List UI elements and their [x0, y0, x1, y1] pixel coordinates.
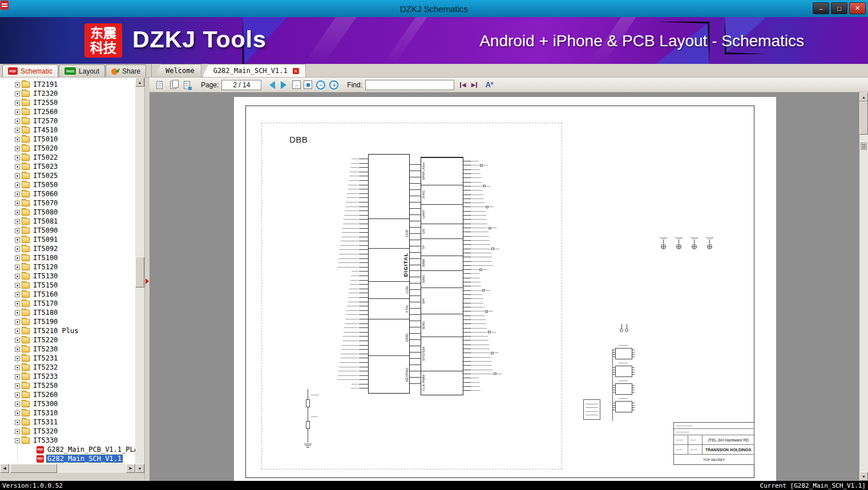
tree-folder-row[interactable]: IT5320: [0, 427, 135, 436]
expand-plus-icon[interactable]: [15, 301, 20, 306]
scroll-up-icon[interactable]: ▲: [135, 78, 144, 87]
scroll-track[interactable]: [859, 102, 868, 472]
expand-plus-icon[interactable]: [15, 164, 20, 169]
tree-folder-row[interactable]: IT5230: [0, 345, 135, 354]
tree-folder-row[interactable]: IT2191: [0, 80, 135, 89]
single-page-view-button[interactable]: [154, 79, 165, 90]
expand-plus-icon[interactable]: [15, 192, 20, 197]
tree-folder-row[interactable]: IT5170: [0, 299, 135, 308]
expand-plus-icon[interactable]: [15, 137, 20, 142]
tree-folder-row[interactable]: IT5210 Plus: [0, 326, 135, 335]
tree-folder-row[interactable]: IT2550: [0, 98, 135, 107]
tree-folder-row[interactable]: IT2320: [0, 89, 135, 98]
page-number-input[interactable]: [221, 80, 261, 90]
expand-plus-icon[interactable]: [15, 201, 20, 206]
font-size-button[interactable]: Aa: [485, 80, 493, 89]
tree-folder-row[interactable]: IT5081: [0, 217, 135, 226]
expand-plus-icon[interactable]: [15, 100, 20, 106]
expand-plus-icon[interactable]: [15, 82, 20, 87]
expand-plus-icon[interactable]: [15, 402, 20, 407]
zoom-out-button[interactable]: −: [316, 80, 325, 90]
tab-layout[interactable]: PADS Layout: [59, 64, 105, 77]
tree-folder-row[interactable]: IT5100: [0, 253, 135, 262]
scroll-thumb[interactable]: [135, 257, 144, 287]
tree-folder-row[interactable]: IT5092: [0, 244, 135, 253]
expand-plus-icon[interactable]: [15, 146, 20, 151]
expand-plus-icon[interactable]: [15, 219, 20, 224]
tree-folder-row[interactable]: IT5260: [0, 390, 135, 399]
tree-folder-row[interactable]: IT5091: [0, 235, 135, 244]
expand-plus-icon[interactable]: [15, 91, 20, 96]
expand-plus-icon[interactable]: [15, 183, 20, 188]
expand-plus-icon[interactable]: [15, 210, 20, 215]
maximize-button[interactable]: □: [831, 2, 847, 14]
folder-tree[interactable]: IT2191 IT2320 IT2550: [0, 78, 135, 464]
close-button[interactable]: ✕: [849, 2, 866, 14]
tree-folder-row[interactable]: IT5070: [0, 199, 135, 208]
tree-folder-row[interactable]: IT5150: [0, 281, 135, 290]
next-page-button[interactable]: [281, 81, 286, 89]
tree-folder-row[interactable]: IT5220: [0, 335, 135, 345]
expand-plus-icon[interactable]: [15, 274, 20, 279]
tree-folder-row[interactable]: IT2570: [0, 116, 135, 125]
tree-folder-row[interactable]: IT5050: [0, 180, 135, 189]
tab-close-icon[interactable]: ✕: [293, 68, 299, 74]
tree-vertical-scrollbar[interactable]: ▲ ▼: [135, 78, 144, 473]
tree-folder-row-expanded[interactable]: IT5330: [0, 436, 135, 445]
tree-folder-row[interactable]: IT5090: [0, 226, 135, 235]
scroll-up-icon[interactable]: ▲: [859, 92, 868, 102]
fit-page-button[interactable]: [304, 80, 312, 89]
scroll-track[interactable]: [9, 464, 126, 473]
scroll-thumb[interactable]: [859, 102, 868, 135]
pdf-vertical-scrollbar[interactable]: ▲ ▼: [859, 92, 868, 481]
expand-plus-icon[interactable]: [15, 246, 20, 252]
tree-folder-row[interactable]: IT5023: [0, 162, 135, 171]
scroll-grip-icon[interactable]: [861, 143, 867, 150]
tab-share[interactable]: Share: [106, 64, 146, 77]
expand-plus-icon[interactable]: [15, 265, 20, 270]
expand-plus-icon[interactable]: [15, 292, 20, 297]
collapse-minus-icon[interactable]: [15, 438, 20, 443]
tree-folder-row[interactable]: IT5020: [0, 144, 135, 153]
expand-plus-icon[interactable]: [15, 110, 20, 115]
tree-folder-row[interactable]: IT2560: [0, 107, 135, 116]
expand-plus-icon[interactable]: [15, 329, 20, 334]
scroll-down-icon[interactable]: ▼: [135, 464, 144, 473]
expand-plus-icon[interactable]: [15, 173, 20, 179]
expand-plus-icon[interactable]: [15, 347, 20, 352]
sidebar-splitter[interactable]: [144, 78, 150, 481]
expand-plus-icon[interactable]: [15, 256, 20, 261]
expand-plus-icon[interactable]: [15, 228, 20, 233]
expand-plus-icon[interactable]: [15, 237, 20, 242]
fit-width-button[interactable]: ↔: [292, 80, 301, 89]
expand-plus-icon[interactable]: [15, 392, 20, 398]
tree-folder-row[interactable]: IT5233: [0, 372, 135, 381]
expand-plus-icon[interactable]: [15, 283, 20, 288]
find-input[interactable]: [365, 80, 454, 90]
tree-folder-row[interactable]: IT5232: [0, 363, 135, 372]
expand-plus-icon[interactable]: [15, 310, 20, 315]
tree-folder-row[interactable]: IT5120: [0, 262, 135, 272]
splitter-collapse-icon[interactable]: [146, 278, 149, 284]
tab-schematic[interactable]: PDF Schematic: [2, 64, 58, 77]
tree-folder-row[interactable]: IT5231: [0, 354, 135, 363]
scroll-track[interactable]: [135, 87, 144, 464]
tree-folder-row[interactable]: IT5250: [0, 381, 135, 390]
minimize-button[interactable]: –: [813, 2, 829, 14]
expand-plus-icon[interactable]: [15, 319, 20, 325]
expand-plus-icon[interactable]: [15, 411, 20, 416]
expand-plus-icon[interactable]: [15, 420, 20, 425]
tree-folder-row[interactable]: IT5080: [0, 208, 135, 217]
doc-tab-welcome[interactable]: Welcome: [155, 64, 201, 77]
expand-plus-icon[interactable]: [15, 338, 20, 343]
tree-folder-row[interactable]: IT4510: [0, 125, 135, 135]
tree-folder-row[interactable]: IT5190: [0, 317, 135, 326]
expand-plus-icon[interactable]: [15, 365, 20, 370]
previous-page-button[interactable]: [269, 81, 275, 89]
scroll-right-icon[interactable]: ▶: [126, 464, 135, 473]
tree-folder-row[interactable]: IT5025: [0, 171, 135, 180]
tree-file-row[interactable]: PDF G282_Main_PCB_V1.1_PLACEM: [0, 445, 135, 454]
tree-folder-row[interactable]: IT5300: [0, 399, 135, 408]
tree-folder-row[interactable]: IT5180: [0, 308, 135, 317]
scroll-down-icon[interactable]: ▼: [859, 472, 868, 481]
